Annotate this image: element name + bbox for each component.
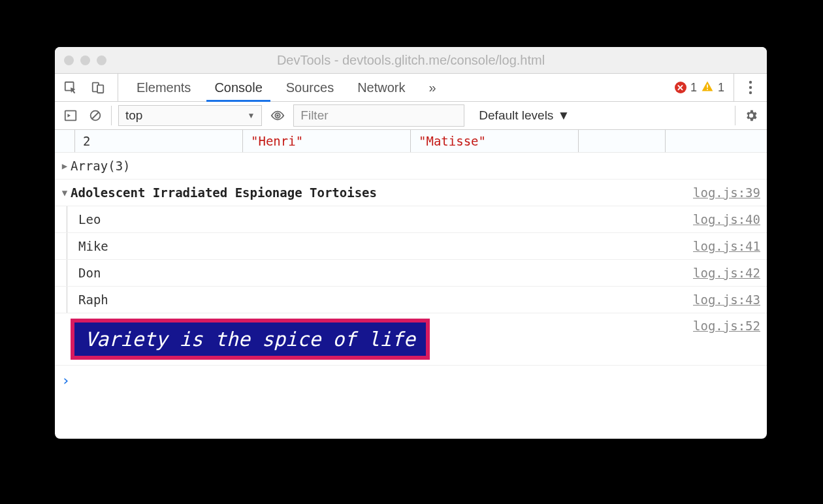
- log-text: Raph: [78, 292, 693, 307]
- table-cell: "Matisse": [411, 130, 579, 152]
- device-toolbar-icon[interactable]: [89, 78, 107, 97]
- styled-log-wrapper: Variety is the spice of life: [71, 319, 693, 360]
- close-window-button[interactable]: [64, 55, 74, 65]
- traffic-lights: [64, 55, 106, 65]
- log-levels-label: Default levels: [479, 108, 553, 123]
- log-text: Leo: [78, 212, 693, 227]
- svg-point-11: [276, 114, 279, 117]
- console-toolbar: top ▼ Default levels ▼: [55, 102, 767, 130]
- svg-rect-4: [707, 89, 708, 90]
- titlebar: DevTools - devtools.glitch.me/console/lo…: [55, 47, 767, 74]
- prompt-chevron-icon: ›: [61, 372, 70, 388]
- devtools-window: DevTools - devtools.glitch.me/console/lo…: [55, 47, 767, 439]
- chevron-down-icon: ▼: [247, 111, 255, 120]
- chevron-down-icon: ▼: [557, 108, 570, 123]
- tab-sources[interactable]: Sources: [274, 74, 346, 101]
- log-levels-select[interactable]: Default levels ▼: [479, 108, 570, 123]
- source-link[interactable]: log.js:39: [693, 185, 760, 200]
- tabs-overflow[interactable]: »: [417, 74, 448, 101]
- svg-rect-2: [97, 85, 103, 93]
- console-log-line[interactable]: Don log.js:42: [55, 260, 767, 287]
- toggle-console-sidebar-icon[interactable]: [61, 106, 80, 125]
- tab-elements[interactable]: Elements: [125, 74, 202, 101]
- window-title: DevTools - devtools.glitch.me/console/lo…: [55, 53, 767, 68]
- execution-context-label: top: [125, 108, 142, 123]
- table-cell: "Henri": [243, 130, 411, 152]
- error-count: 1: [690, 81, 697, 95]
- maximize-window-button[interactable]: [97, 55, 106, 65]
- error-icon: ✕: [675, 82, 686, 93]
- tab-console[interactable]: Console: [202, 74, 274, 101]
- execution-context-select[interactable]: top ▼: [118, 105, 262, 126]
- panel-tabstrip: Elements Console Sources Network » ✕ 1 1: [55, 74, 767, 102]
- source-link[interactable]: log.js:40: [693, 212, 760, 227]
- svg-point-7: [749, 91, 752, 94]
- svg-point-6: [749, 86, 752, 89]
- console-prompt[interactable]: ›: [55, 366, 767, 395]
- warning-icon: [701, 80, 714, 96]
- svg-line-10: [92, 112, 99, 119]
- console-log-line[interactable]: Mike log.js:41: [55, 233, 767, 260]
- table-row[interactable]: 2 "Henri" "Matisse": [55, 130, 767, 153]
- tabstrip-tools: [61, 74, 118, 101]
- warning-count: 1: [718, 81, 724, 95]
- array-summary: Array(3): [71, 159, 760, 173]
- clear-console-icon[interactable]: [86, 106, 105, 125]
- live-expression-icon[interactable]: [268, 106, 287, 125]
- source-link[interactable]: log.js:42: [693, 266, 760, 280]
- minimize-window-button[interactable]: [80, 55, 90, 65]
- styled-log-text: Variety is the spice of life: [71, 319, 430, 360]
- source-link[interactable]: log.js:41: [693, 239, 760, 253]
- svg-rect-3: [707, 84, 708, 87]
- more-options-icon[interactable]: [741, 74, 760, 101]
- disclosure-triangle-icon[interactable]: ▼: [59, 187, 71, 198]
- log-text: Mike: [78, 239, 693, 253]
- console-settings-icon[interactable]: [742, 106, 760, 125]
- issue-badges[interactable]: ✕ 1 1: [675, 74, 734, 101]
- group-title: Adolescent Irradiated Espionage Tortoise…: [71, 185, 693, 200]
- console-output: 2 "Henri" "Matisse" ▶ Array(3) ▼ Adolesc…: [55, 130, 767, 439]
- table-cell-index: 2: [74, 130, 243, 152]
- table-cell-empty: [579, 130, 666, 152]
- console-log-styled[interactable]: Variety is the spice of life log.js:52: [55, 313, 767, 366]
- disclosure-triangle-icon[interactable]: ▶: [59, 161, 71, 171]
- source-link[interactable]: log.js:52: [693, 319, 760, 333]
- filter-input[interactable]: [293, 104, 464, 127]
- console-log-array[interactable]: ▶ Array(3): [55, 153, 767, 180]
- inspect-element-icon[interactable]: [61, 78, 80, 97]
- tab-network[interactable]: Network: [346, 74, 417, 101]
- svg-point-5: [749, 81, 752, 84]
- log-text: Don: [78, 266, 693, 280]
- source-link[interactable]: log.js:43: [693, 292, 760, 307]
- console-log-line[interactable]: Leo log.js:40: [55, 206, 767, 233]
- console-group-header[interactable]: ▼ Adolescent Irradiated Espionage Tortoi…: [55, 180, 767, 206]
- console-log-line[interactable]: Raph log.js:43: [55, 287, 767, 313]
